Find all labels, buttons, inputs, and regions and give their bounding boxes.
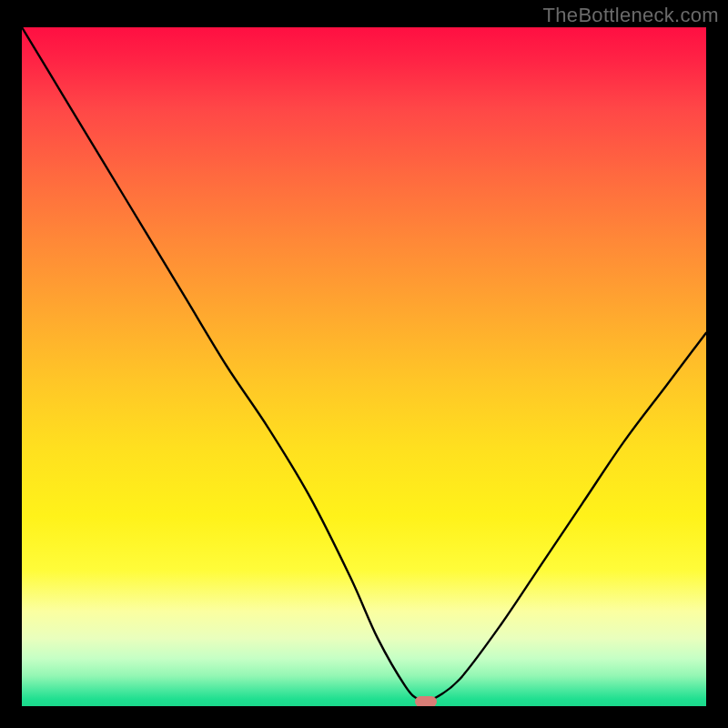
chart-container: TheBottleneck.com	[0, 0, 728, 728]
watermark-text: TheBottleneck.com	[543, 4, 719, 27]
bottleneck-curve	[22, 27, 706, 706]
plot-area	[22, 27, 706, 706]
min-marker	[415, 696, 437, 706]
